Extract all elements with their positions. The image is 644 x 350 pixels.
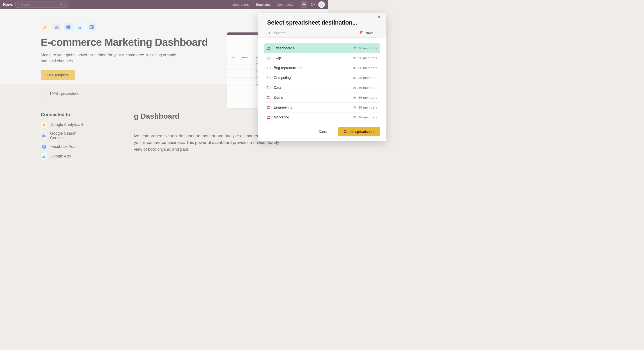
folder-item[interactable]: Computing 36 members bbox=[264, 73, 328, 83]
folder-icon bbox=[267, 76, 271, 80]
folder-name: Marketing bbox=[274, 115, 328, 119]
folder-name: Bug reproductions bbox=[274, 66, 328, 70]
folder-icon bbox=[267, 66, 271, 70]
folder-icon bbox=[267, 56, 271, 60]
modal-overlay[interactable]: Select spreadsheet destination... rows ▾… bbox=[0, 0, 328, 175]
folder-name: Computing bbox=[274, 76, 328, 80]
folder-item[interactable]: Engineering 36 members bbox=[264, 102, 328, 112]
folder-item[interactable]: Marketing 36 members bbox=[264, 112, 328, 122]
folder-item[interactable]: _wip 36 members bbox=[264, 53, 328, 63]
destination-modal: Select spreadsheet destination... rows ▾… bbox=[258, 13, 328, 141]
folder-item[interactable]: Data 36 members bbox=[264, 83, 328, 93]
folder-list: _dashboards 36 members _wip 36 members B… bbox=[258, 38, 328, 122]
folder-name: Engineering bbox=[274, 105, 328, 109]
folder-item[interactable]: Demo 36 members bbox=[264, 93, 328, 102]
modal-title: Select spreadsheet destination... bbox=[267, 19, 328, 26]
folder-name: _wip bbox=[274, 56, 328, 60]
folder-icon bbox=[267, 46, 271, 50]
folder-item[interactable]: _dashboards 36 members bbox=[264, 43, 328, 53]
folder-name: Demo bbox=[274, 96, 328, 100]
folder-name: _dashboards bbox=[274, 46, 328, 50]
folder-icon bbox=[267, 96, 271, 100]
folder-icon bbox=[267, 105, 271, 109]
svg-line-26 bbox=[270, 34, 270, 34]
folder-name: Data bbox=[274, 86, 328, 90]
svg-point-25 bbox=[268, 32, 270, 34]
cancel-button[interactable]: Cancel bbox=[318, 130, 328, 134]
folder-search-input[interactable] bbox=[274, 31, 328, 35]
search-icon bbox=[267, 31, 271, 35]
folder-icon bbox=[267, 115, 271, 119]
folder-item[interactable]: Bug reproductions 36 members bbox=[264, 63, 328, 73]
folder-icon bbox=[267, 86, 271, 90]
